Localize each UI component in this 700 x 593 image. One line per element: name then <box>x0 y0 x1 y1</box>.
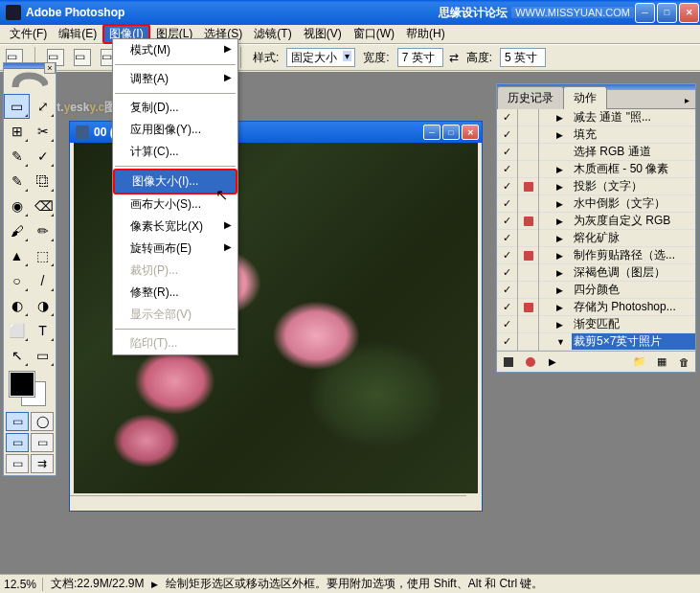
screen-mode-standard-icon[interactable]: ▭ <box>6 433 29 452</box>
healing-tool[interactable]: ✎ <box>4 169 30 194</box>
menu-help[interactable]: 帮助(H) <box>400 25 451 43</box>
status-hint: 绘制矩形选区或移动选区外框。要用附加选项，使用 Shift、Alt 和 Ctrl… <box>166 576 543 592</box>
maximize-button[interactable]: □ <box>657 3 677 23</box>
style-dropdown[interactable]: 固定大小 <box>286 48 355 67</box>
menu-window[interactable]: 窗口(W) <box>348 25 400 43</box>
menu-item-旋转画布E[interactable]: 旋转画布(E)▶ <box>113 238 237 260</box>
record-button[interactable] <box>521 354 540 371</box>
menu-item-复制D[interactable]: 复制(D)... <box>113 97 237 119</box>
clone-tool[interactable]: ◉ <box>4 194 30 218</box>
height-field[interactable]: 5 英寸 <box>500 48 546 67</box>
zoom-tool[interactable]: ▭ <box>30 343 56 368</box>
menu-edit[interactable]: 编辑(E) <box>53 25 102 43</box>
action-text: 四分颜色 <box>572 282 695 298</box>
action-text: 填充 <box>572 126 695 143</box>
action-item[interactable]: ✓▶熔化矿脉 <box>497 230 695 247</box>
action-item[interactable]: ✓▶填充 <box>497 126 695 144</box>
action-item[interactable]: ✓选择 RGB 通道 <box>497 144 695 161</box>
menu-item-计算C[interactable]: 计算(C)... <box>113 141 237 163</box>
action-item[interactable]: ✓▶深褐色调（图层） <box>497 264 695 282</box>
document-icon <box>76 125 89 139</box>
slice-tool[interactable]: ✓ <box>30 144 56 169</box>
action-item[interactable]: ✓▶四分颜色 <box>497 282 695 299</box>
new-action-button[interactable]: ▦ <box>652 354 671 371</box>
action-item[interactable]: ✓▶减去 通道 "照... <box>497 109 695 126</box>
zoom-level[interactable]: 12.5% <box>4 578 43 591</box>
action-item[interactable]: ✓▶制作剪贴路径（选... <box>497 247 695 264</box>
panel-menu-icon[interactable]: ▸ <box>679 92 695 108</box>
actions-list: ✓▶减去 通道 "照...✓▶填充✓选择 RGB 通道✓▶木质画框 - 50 像… <box>497 109 695 351</box>
doc-maximize-button[interactable]: □ <box>442 125 460 140</box>
doc-minimize-button[interactable]: ─ <box>423 125 440 140</box>
width-field[interactable]: 7 英寸 <box>397 48 443 67</box>
foreground-color-swatch[interactable] <box>10 372 34 397</box>
menu-item-显示全部V: 显示全部(V) <box>113 304 237 326</box>
eyedropper-tool[interactable]: T <box>30 318 56 343</box>
swap-dimensions-icon[interactable]: ⇄ <box>449 51 459 64</box>
close-button[interactable]: ✕ <box>679 3 699 23</box>
app-title: Adobe Photoshop <box>26 6 439 19</box>
menu-file[interactable]: 文件(F) <box>4 25 53 43</box>
height-label: 高度: <box>464 50 494 66</box>
type-tool[interactable]: / <box>30 268 56 293</box>
marquee-tool[interactable]: ▭ <box>4 94 30 119</box>
action-item[interactable]: ✓▶水中倒影（文字） <box>497 195 695 213</box>
action-item[interactable]: ✓▶木质画框 - 50 像素 <box>497 161 695 178</box>
magic-wand-tool[interactable]: ✂ <box>30 119 56 144</box>
lasso-tool[interactable]: ⊞ <box>4 119 30 144</box>
menu-item-应用图像Y[interactable]: 应用图像(Y)... <box>113 119 237 141</box>
statusbar-menu-icon[interactable]: ▶ <box>151 580 158 589</box>
minimize-button[interactable]: ─ <box>635 3 655 23</box>
new-set-button[interactable]: 📁 <box>630 354 649 371</box>
doc-close-button[interactable]: ✕ <box>462 125 479 140</box>
menu-view[interactable]: 视图(V) <box>298 25 348 43</box>
crop-tool[interactable]: ✎ <box>4 144 30 169</box>
action-text: 裁剪5×7英寸照片 <box>572 333 695 350</box>
tab-actions[interactable]: 动作 <box>563 86 607 109</box>
menu-filter[interactable]: 滤镜(T) <box>248 25 297 43</box>
path-select-tool[interactable]: ○ <box>4 268 30 293</box>
stop-button[interactable] <box>499 354 518 371</box>
selection-add-icon[interactable]: ▭ <box>74 49 91 66</box>
screen-mode-full-icon[interactable]: ▭ <box>6 454 29 473</box>
header-url: WWW.MISSYUAN.COM <box>511 7 634 18</box>
dodge-tool[interactable]: ⬚ <box>30 243 56 268</box>
action-text: 存储为 Photoshop... <box>572 299 695 315</box>
delete-button[interactable]: 🗑 <box>674 354 693 371</box>
action-text: 木质画框 - 50 像素 <box>572 161 695 177</box>
action-item[interactable]: ✓▶投影（文字） <box>497 178 695 195</box>
menu-item-像素长宽比X[interactable]: 像素长宽比(X)▶ <box>113 216 237 238</box>
action-text: 水中倒影（文字） <box>572 195 695 212</box>
shape-tool[interactable]: ◑ <box>30 293 56 318</box>
action-item[interactable]: ✓▶渐变匹配 <box>497 316 695 333</box>
eraser-tool[interactable]: 🖌 <box>4 218 30 243</box>
pen-tool[interactable]: ◐ <box>4 293 30 318</box>
tools-panel: × ▭⤢⊞✂✎✓✎⿻◉⌫🖌✏▲⬚○/◐◑⬜T↖▭ ▭ ◯ ▭ ▭ ▭ ⇉ <box>3 62 56 476</box>
horizontal-scrollbar[interactable] <box>70 495 466 511</box>
history-brush-tool[interactable]: ⌫ <box>30 194 56 218</box>
menu-item-修整R[interactable]: 修整(R)... <box>113 282 237 304</box>
jump-to-imageready-icon[interactable]: ⇉ <box>31 454 54 473</box>
quickmask-mode-icon[interactable]: ◯ <box>31 412 54 431</box>
history-actions-panel: 历史记录 动作 ▸ ✓▶减去 通道 "照...✓▶填充✓选择 RGB 通道✓▶木… <box>496 83 696 373</box>
action-text: 选择 RGB 通道 <box>572 144 695 160</box>
brush-tool[interactable]: ⿻ <box>30 169 56 194</box>
screen-mode-full-menu-icon[interactable]: ▭ <box>31 433 54 452</box>
color-swatches <box>4 368 56 410</box>
document-size: 文档:22.9M/22.9M <box>51 576 144 592</box>
statusbar: 12.5% 文档:22.9M/22.9M ▶ 绘制矩形选区或移动选区外框。要用附… <box>0 574 700 593</box>
menu-item-调整A[interactable]: 调整(A)▶ <box>113 68 237 90</box>
tools-close-icon[interactable]: × <box>44 62 56 74</box>
tab-history[interactable]: 历史记录 <box>497 86 564 109</box>
notes-tool[interactable]: ⬜ <box>4 318 30 343</box>
move-tool[interactable]: ⤢ <box>30 94 56 119</box>
hand-tool[interactable]: ↖ <box>4 343 30 368</box>
menu-item-模式M[interactable]: 模式(M)▶ <box>113 39 237 61</box>
action-item[interactable]: ✓▶存储为 Photoshop... <box>497 299 695 316</box>
standard-mode-icon[interactable]: ▭ <box>6 412 29 431</box>
play-button[interactable]: ▶ <box>543 354 562 371</box>
action-item[interactable]: ✓▶为灰度自定义 RGB <box>497 213 695 230</box>
action-item[interactable]: ✓▼裁剪5×7英寸照片 <box>497 333 695 351</box>
blur-tool[interactable]: ▲ <box>4 243 30 268</box>
gradient-tool[interactable]: ✏ <box>30 218 56 243</box>
